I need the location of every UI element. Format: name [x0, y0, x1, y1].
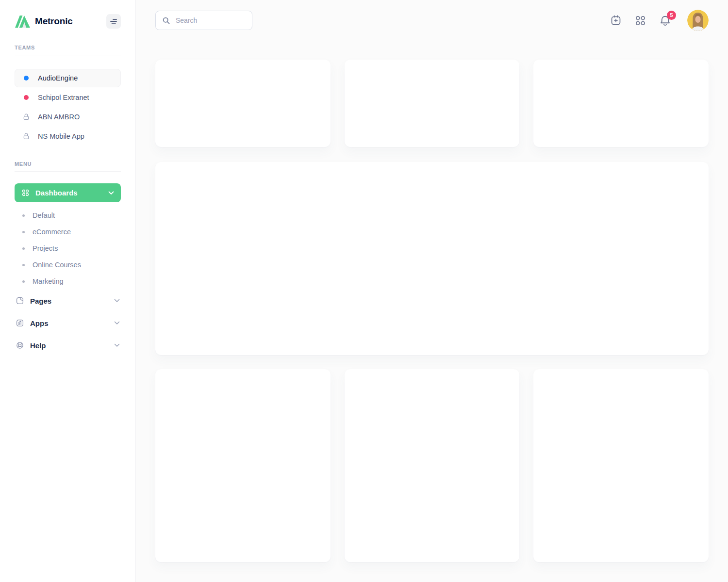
chevron-down-icon — [114, 299, 120, 303]
notification-badge: 5 — [667, 11, 676, 20]
submenu-item-label: Default — [33, 211, 55, 219]
add-event-button[interactable] — [610, 14, 622, 27]
main-area: 5 — [136, 0, 728, 582]
bullet-dot — [22, 214, 25, 217]
menu-item-label: Dashboards — [35, 189, 102, 197]
team-item-ns-mobile-app[interactable]: NS Mobile App — [15, 127, 121, 146]
apps-grid-button[interactable] — [634, 15, 646, 27]
brand-logo[interactable]: Metronic — [15, 16, 73, 28]
submenu-item-label: Projects — [33, 244, 58, 252]
chevron-down-icon — [114, 343, 120, 347]
team-label: Schipol Extranet — [38, 94, 89, 101]
search-box[interactable] — [155, 11, 252, 30]
sidebar-header: Metronic — [15, 0, 121, 43]
main-panel-card — [155, 162, 709, 355]
detail-card-2 — [345, 369, 520, 562]
team-status-dot — [24, 95, 29, 100]
sidebar-toggle-icon — [110, 17, 117, 25]
menu-item-pages[interactable]: Pages — [15, 290, 121, 312]
menu-item-apps[interactable]: Apps — [15, 312, 121, 334]
menu-item-dashboards[interactable]: Dashboards — [15, 183, 121, 202]
team-status-dot — [24, 76, 29, 81]
menu-section-label: MENU — [15, 161, 121, 167]
submenu-item-default[interactable]: Default — [15, 207, 121, 224]
sidebar: Metronic TEAMS AudioEngine Schipol Extra… — [0, 0, 136, 582]
sidebar-toggle-button[interactable] — [106, 14, 121, 29]
chart-icon — [16, 319, 24, 327]
lifebuoy-icon — [16, 341, 24, 350]
menu-item-help[interactable]: Help — [15, 334, 121, 356]
team-label: ABN AMBRO — [38, 113, 80, 121]
user-avatar[interactable] — [687, 10, 709, 31]
page-icon — [16, 296, 24, 305]
bullet-dot — [22, 280, 25, 283]
grid-icon — [21, 189, 30, 197]
calendar-plus-icon — [610, 14, 622, 27]
submenu-item-label: Marketing — [33, 277, 64, 285]
team-label: AudioEngine — [38, 74, 78, 82]
submenu-item-ecommerce[interactable]: eCommerce — [15, 224, 121, 240]
menu-item-label: Pages — [30, 297, 108, 305]
bullet-dot — [22, 231, 25, 233]
submenu-item-label: Online Courses — [33, 261, 81, 269]
detail-card-3 — [533, 369, 709, 562]
stat-card-1 — [155, 60, 331, 147]
team-label: NS Mobile App — [38, 132, 84, 140]
metronic-logo-icon — [15, 16, 31, 28]
search-icon — [162, 16, 170, 25]
lock-icon — [22, 132, 30, 140]
apps-grid-icon — [634, 15, 646, 27]
submenu-item-online-courses[interactable]: Online Courses — [15, 257, 121, 273]
menu-section: MENU Dashboards Default — [15, 161, 121, 356]
team-item-schipol-extranet[interactable]: Schipol Extranet — [15, 88, 121, 107]
menu-item-label: Help — [30, 341, 108, 350]
brand-name: Metronic — [35, 16, 73, 27]
bullet-dot — [22, 247, 25, 250]
detail-card-1 — [155, 369, 331, 562]
stat-card-3 — [533, 60, 709, 147]
search-input[interactable] — [175, 16, 246, 25]
bottom-cards-row — [155, 369, 709, 562]
lock-icon — [22, 113, 30, 121]
top-header: 5 — [155, 0, 709, 41]
dashboard-content — [136, 41, 728, 562]
team-item-audioengine[interactable]: AudioEngine — [15, 69, 121, 87]
menu-divider — [15, 171, 121, 172]
team-list: AudioEngine Schipol Extranet ABN AMBRO — [15, 69, 121, 146]
header-actions: 5 — [610, 10, 709, 31]
team-item-abn-ambro[interactable]: ABN AMBRO — [15, 108, 121, 126]
bullet-dot — [22, 264, 25, 266]
dashboards-submenu: Default eCommerce Projects Online Course… — [15, 207, 121, 290]
submenu-item-label: eCommerce — [33, 228, 71, 236]
teams-divider — [15, 55, 121, 55]
submenu-item-projects[interactable]: Projects — [15, 240, 121, 257]
top-cards-row — [155, 60, 709, 147]
teams-section-label: TEAMS — [15, 45, 121, 50]
stat-card-2 — [345, 60, 520, 147]
chevron-down-icon — [108, 191, 114, 195]
menu-item-label: Apps — [30, 319, 108, 327]
chevron-down-icon — [114, 321, 120, 325]
submenu-item-marketing[interactable]: Marketing — [15, 273, 121, 290]
notifications-button[interactable]: 5 — [659, 14, 672, 27]
